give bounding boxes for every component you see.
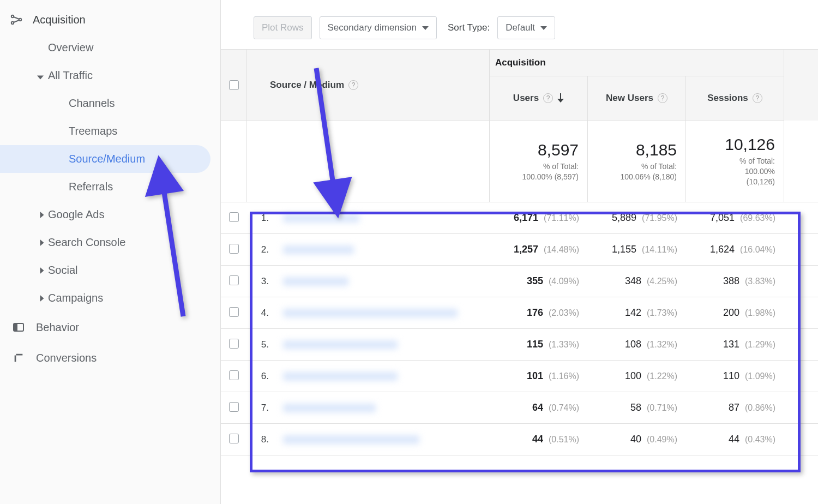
column-header-users[interactable]: Users ? (490, 76, 588, 121)
column-header-source-medium[interactable]: Source / Medium ? (247, 50, 490, 121)
source-medium-cell[interactable]: 8. (247, 434, 490, 445)
row-checkbox[interactable] (229, 370, 239, 380)
table-row: 6. 101(1.16%) 100(1.22%) 110(1.09%) (221, 361, 818, 392)
column-header-new-users[interactable]: New Users ? (588, 76, 686, 121)
help-icon[interactable]: ? (658, 93, 667, 103)
source-medium-link-blurred[interactable] (283, 340, 398, 349)
source-medium-cell[interactable]: 3. (247, 276, 490, 287)
source-medium-link-blurred[interactable] (283, 277, 348, 286)
toolbar: Plot Rows Secondary dimension Sort Type:… (221, 16, 818, 49)
row-checkbox[interactable] (229, 275, 239, 285)
sidebar-section-behavior[interactable]: Behavior (0, 312, 220, 343)
total-value: 10,126 (725, 135, 775, 154)
source-medium-link-blurred[interactable] (283, 245, 354, 254)
help-icon[interactable]: ? (348, 80, 358, 90)
new-users-cell: 40(0.49%) (588, 434, 686, 445)
sidebar-item-label: Conversions (36, 352, 97, 364)
row-checkbox[interactable] (229, 244, 239, 254)
row-checkbox[interactable] (229, 339, 239, 349)
sidebar-item-campaigns[interactable]: Campaigns (48, 284, 220, 312)
sidebar-item-search-console[interactable]: Search Console (48, 229, 220, 256)
table-row: 1. 6,171(71.11%) 5,889(71.95%) 7,051(69.… (221, 202, 818, 234)
chevron-down-icon (540, 26, 547, 30)
row-number: 7. (257, 403, 269, 413)
total-subtext: % of Total: 100.00% (10,126) (739, 156, 775, 187)
source-medium-link-blurred[interactable] (283, 372, 398, 381)
source-medium-cell[interactable]: 5. (247, 339, 490, 350)
source-medium-cell[interactable]: 6. (247, 371, 490, 382)
source-medium-cell[interactable]: 7. (247, 403, 490, 413)
row-checkbox[interactable] (229, 434, 239, 443)
source-medium-link-blurred[interactable] (283, 435, 419, 444)
table-row: 4. 176(2.03%) 142(1.73%) 200(1.98%) (221, 297, 818, 329)
sidebar-section-acquisition[interactable]: Acquisition (0, 5, 220, 34)
table-row: 8. 44(0.51%) 40(0.49%) 44(0.43%) (221, 424, 818, 455)
row-number: 6. (257, 371, 269, 382)
sort-desc-icon (557, 93, 564, 103)
row-checkbox[interactable] (229, 212, 239, 222)
source-medium-cell[interactable]: 4. (247, 308, 490, 319)
secondary-dimension-dropdown[interactable]: Secondary dimension (320, 16, 437, 39)
behavior-icon (12, 321, 25, 334)
svg-point-1 (11, 22, 14, 24)
totals-row: 8,597 % of Total: 100.00% (8,597) 8,185 … (221, 121, 818, 202)
sidebar-item-referrals[interactable]: Referrals (63, 173, 220, 201)
sidebar-item-label: Treemaps (69, 125, 117, 137)
button-label: Secondary dimension (328, 22, 417, 33)
sidebar-item-treemaps[interactable]: Treemaps (63, 117, 220, 145)
total-value: 8,185 (636, 141, 677, 159)
report-content: Plot Rows Secondary dimension Sort Type:… (221, 0, 818, 504)
plot-rows-button[interactable]: Plot Rows (254, 16, 312, 39)
source-medium-link-blurred[interactable] (283, 214, 359, 223)
caret-right-icon (34, 267, 47, 274)
sidebar-item-label: Source/Medium (69, 153, 145, 165)
users-cell: 64(0.74%) (490, 402, 588, 413)
new-users-cell: 5,889(71.95%) (588, 212, 686, 224)
source-medium-cell[interactable]: 1. (247, 213, 490, 224)
button-label: Plot Rows (262, 22, 304, 33)
sessions-cell: 7,051(69.63%) (686, 212, 784, 224)
new-users-cell: 108(1.32%) (588, 339, 686, 350)
column-group-label: Acquisition (495, 57, 546, 68)
table-row: 2. 1,257(14.48%) 1,155(14.11%) 1,624(16.… (221, 234, 818, 266)
sidebar-item-all-traffic[interactable]: All Traffic (48, 62, 220, 89)
caret-right-icon (34, 239, 47, 246)
sidebar-item-google-ads[interactable]: Google Ads (48, 201, 220, 229)
acquisition-icon (10, 13, 23, 26)
row-number: 5. (257, 339, 269, 350)
sidebar-item-channels[interactable]: Channels (63, 89, 220, 117)
source-medium-link-blurred[interactable] (283, 404, 376, 412)
select-all-checkbox[interactable] (229, 80, 239, 90)
sidebar-item-source-medium[interactable]: Source/Medium (0, 145, 210, 173)
column-header-label: New Users (606, 93, 653, 104)
total-users: 8,597 % of Total: 100.00% (8,597) (490, 121, 588, 202)
help-icon[interactable]: ? (753, 93, 762, 103)
svg-rect-4 (14, 323, 17, 331)
table-row: 7. 64(0.74%) 58(0.71%) 87(0.86%) (221, 392, 818, 424)
caret-right-icon (34, 212, 47, 218)
users-cell: 6,171(71.11%) (490, 212, 588, 224)
conversions-icon (12, 351, 25, 364)
sort-type-dropdown[interactable]: Default (497, 16, 555, 39)
new-users-cell: 142(1.73%) (588, 307, 686, 319)
row-checkbox[interactable] (229, 402, 239, 412)
row-checkbox[interactable] (229, 307, 239, 317)
source-medium-link-blurred[interactable] (283, 309, 458, 317)
row-number: 1. (257, 213, 269, 224)
sessions-cell: 388(3.83%) (686, 275, 784, 287)
sort-type-label: Sort Type: (448, 22, 490, 33)
sidebar-section-conversions[interactable]: Conversions (0, 343, 220, 373)
sidebar-item-social[interactable]: Social (48, 256, 220, 284)
help-icon[interactable]: ? (543, 93, 553, 103)
total-new-users: 8,185 % of Total: 100.06% (8,180) (588, 121, 686, 202)
column-header-sessions[interactable]: Sessions ? (686, 76, 784, 121)
source-medium-cell[interactable]: 2. (247, 244, 490, 255)
svg-point-0 (11, 15, 14, 17)
sidebar-item-label: Behavior (36, 321, 79, 334)
row-number: 8. (257, 434, 269, 445)
sessions-cell: 87(0.86%) (686, 402, 784, 413)
sidebar-item-overview[interactable]: Overview (48, 34, 220, 62)
sidebar-item-label: Channels (69, 97, 115, 109)
report-table: Source / Medium ? Acquisition Users ? Ne… (221, 49, 818, 455)
select-all-cell (221, 50, 247, 121)
